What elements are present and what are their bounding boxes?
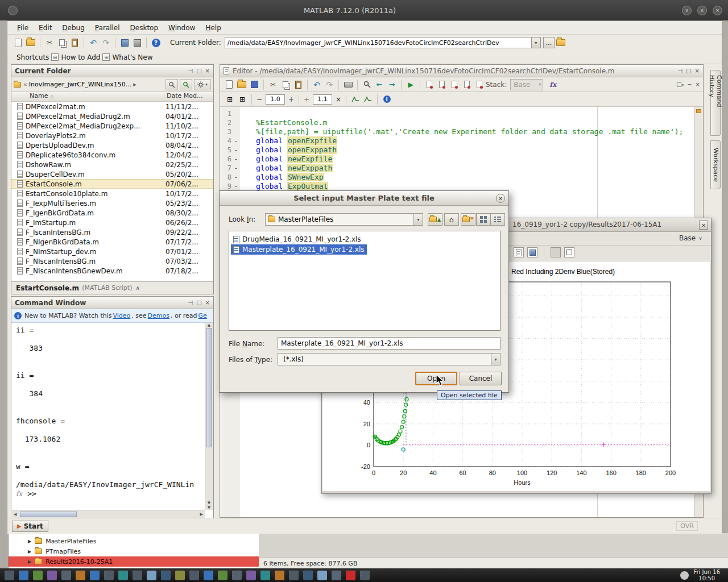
print-icon[interactable] — [342, 78, 354, 91]
folder-row[interactable]: ▶ Results2016-10-25A1 — [9, 556, 259, 567]
demos-link[interactable]: Demos — [148, 312, 169, 319]
menu-item[interactable]: Help — [200, 22, 226, 34]
run-icon[interactable]: ▶ — [404, 78, 417, 91]
restore-icon[interactable]: □ — [686, 68, 691, 74]
split-view-icon[interactable]: □▾ — [676, 81, 684, 88]
divide-button[interactable]: ÷ — [302, 94, 311, 105]
code-line[interactable]: 2 %EstartConsole.m — [220, 118, 694, 127]
line-number[interactable]: 6 — [220, 155, 233, 164]
insert-cell-icon[interactable]: ⊞ — [224, 93, 236, 106]
code-line[interactable]: 5 - globalopenExppath — [220, 146, 694, 155]
console-prompt-row[interactable]: fx >> — [12, 489, 205, 498]
eval-cell-advance-icon[interactable] — [362, 93, 374, 106]
taskbar-app-icon[interactable] — [133, 571, 142, 580]
details-view-icon[interactable] — [490, 213, 505, 226]
actions-gear-icon[interactable]: ▾ — [194, 79, 211, 90]
cut-icon[interactable]: ✂ — [43, 36, 56, 49]
taskbar-app-icon[interactable] — [175, 571, 185, 580]
close-icon[interactable]: × — [695, 68, 700, 74]
redo-icon[interactable]: ↷ — [323, 78, 336, 91]
video-link[interactable]: Video — [113, 312, 131, 319]
current-folder-header[interactable]: Current Folder ⊣ □ × — [11, 65, 213, 77]
refresh-icon[interactable] — [180, 79, 192, 90]
dock-icon[interactable]: ⊣ — [188, 300, 193, 306]
simulink-icon[interactable] — [118, 36, 131, 49]
file-details-footer[interactable]: EstartConsole.m (MATLAB Script) ∧ — [11, 281, 213, 294]
taskbar-app-icon[interactable] — [189, 571, 199, 580]
taskbar-app-icon[interactable] — [303, 571, 313, 580]
file-name-input[interactable]: Masterplate_16_0921_MI_yor1-2.xls — [278, 337, 500, 350]
breakpoint-margin[interactable] — [233, 127, 239, 136]
scroll-down-icon[interactable]: ▼ — [208, 505, 210, 510]
console-area[interactable]: ii = 383 ii = 384 fhconsole = 173.1062 w… — [12, 323, 205, 510]
file-row[interactable]: F_NIgenBkGrdData.m 07/17/2... — [11, 237, 213, 247]
line-number[interactable]: 1 — [220, 109, 233, 118]
code-line[interactable]: 9 - globalExpOutmat — [220, 182, 694, 191]
warning-marker[interactable] — [696, 109, 701, 113]
line-number[interactable]: 3 — [220, 127, 233, 136]
start-button[interactable]: ▶ Start — [12, 521, 48, 532]
dialog-file-row[interactable]: DrugMedia_16_0921_MI_yor1-2.xls — [231, 234, 363, 244]
file-row[interactable]: DsuperCellDev.m 05/20/2... — [11, 169, 213, 179]
scroll-left-icon[interactable]: ◀ — [12, 512, 18, 517]
file-row[interactable]: DoverlayPlots2.m 10/17/2... — [11, 131, 213, 140]
window-titlebar[interactable]: MATLAB 7.12.0 (R2011a) ∨ ∧ × — [0, 0, 728, 20]
close-icon[interactable]: × — [205, 300, 210, 306]
code-line[interactable]: 3 %[file,path] = uiputfile('.mat','Creat… — [220, 127, 694, 136]
column-name[interactable]: Name — [30, 92, 48, 99]
breakpoint-margin[interactable] — [233, 109, 239, 118]
taskbar-app-icon[interactable] — [204, 571, 213, 580]
shortcut-whats-new[interactable]: What's New — [112, 53, 152, 61]
insert-cell-divider-icon[interactable]: ⊞ — [236, 93, 249, 106]
multiply-value-field[interactable]: 1.1 — [313, 94, 332, 105]
code-line[interactable]: 1 — [220, 109, 694, 118]
breadcrumb-back-icon[interactable]: « — [23, 81, 27, 88]
taskbar-app-icon[interactable] — [19, 571, 28, 580]
file-row[interactable]: F_IscanIntensBG.m 09/22/2... — [11, 227, 213, 237]
taskbar-app-icon[interactable] — [61, 571, 71, 580]
file-row[interactable]: EstartConsole10plate.m 10/17/2... — [11, 189, 213, 198]
paste-icon[interactable] — [68, 36, 81, 49]
taskbar-app-icon[interactable] — [232, 571, 242, 580]
new-script-icon[interactable] — [12, 36, 24, 49]
taskbar-app-icon[interactable] — [90, 571, 100, 580]
file-row[interactable]: DshowRaw.m 02/25/2... — [11, 160, 213, 169]
undo-icon[interactable]: ↶ — [87, 36, 100, 49]
step-icon[interactable] — [448, 78, 461, 91]
file-row[interactable]: EstartConsole.m 07/06/2... — [11, 179, 213, 189]
prompt[interactable]: >> — [27, 489, 36, 498]
file-row[interactable]: DpertsUploadDev.m 08/04/2... — [11, 140, 213, 150]
taskbar-app-icon[interactable] — [360, 571, 370, 580]
taskbar-app-icon[interactable] — [47, 571, 57, 580]
menu-item[interactable]: Edit — [34, 22, 57, 34]
line-number[interactable]: 2 — [220, 118, 233, 127]
close-icon[interactable]: × — [696, 81, 700, 88]
menu-item[interactable]: Desktop — [125, 22, 164, 34]
taskbar-app-icon[interactable] — [161, 571, 171, 580]
dialog-titlebar[interactable]: Select input Master Plate text file × — [220, 191, 508, 206]
copy-icon[interactable] — [279, 78, 292, 91]
colormap-icon[interactable] — [527, 247, 537, 257]
console-output[interactable]: ii = 383 ii = 384 fhconsole = 173.1062 w… — [12, 323, 205, 489]
up-one-level-icon[interactable]: ▲ — [428, 213, 442, 226]
breakpoint-margin[interactable]: - — [233, 182, 239, 191]
getting-started-link[interactable]: Ge — [198, 312, 207, 319]
taskbar-app-icon[interactable] — [246, 571, 256, 580]
line-number[interactable]: 7 — [220, 164, 233, 173]
home-icon[interactable]: ⌂ — [444, 213, 459, 226]
eval-cell-icon[interactable] — [349, 93, 362, 106]
colorbar-icon[interactable] — [564, 247, 574, 257]
decrement-button[interactable]: − — [255, 94, 264, 105]
vertical-scrollbar[interactable]: ▲ ▼ ▼ — [205, 323, 213, 510]
collapse-icon[interactable]: ∧ — [135, 285, 139, 291]
dialog-file-list[interactable]: DrugMedia_16_0921_MI_yor1-2.xls Masterpl… — [229, 231, 500, 331]
breakpoint-margin[interactable]: - — [233, 173, 239, 182]
taskbar-app-icon[interactable] — [260, 571, 270, 580]
legend-icon[interactable] — [551, 247, 561, 257]
go-forward-icon[interactable]: → — [386, 78, 398, 91]
paste-icon[interactable] — [292, 78, 304, 91]
code-line[interactable]: 8 - globalSWnewExp — [220, 173, 694, 182]
file-row[interactable]: F_ImStartup.m 06/26/2... — [11, 218, 213, 227]
scroll-right-icon[interactable]: ▶ — [198, 512, 205, 517]
browse-folder-button[interactable]: ... — [543, 37, 555, 48]
